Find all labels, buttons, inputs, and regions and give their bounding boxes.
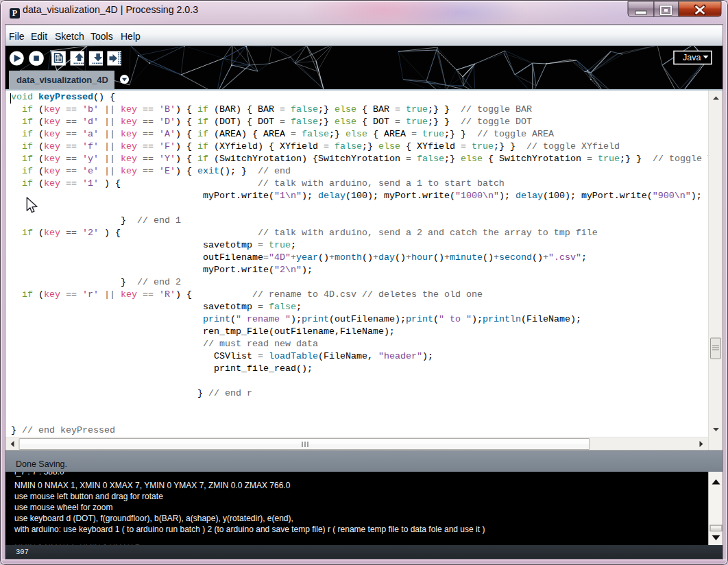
svg-text:Java: Java xyxy=(683,53,701,62)
